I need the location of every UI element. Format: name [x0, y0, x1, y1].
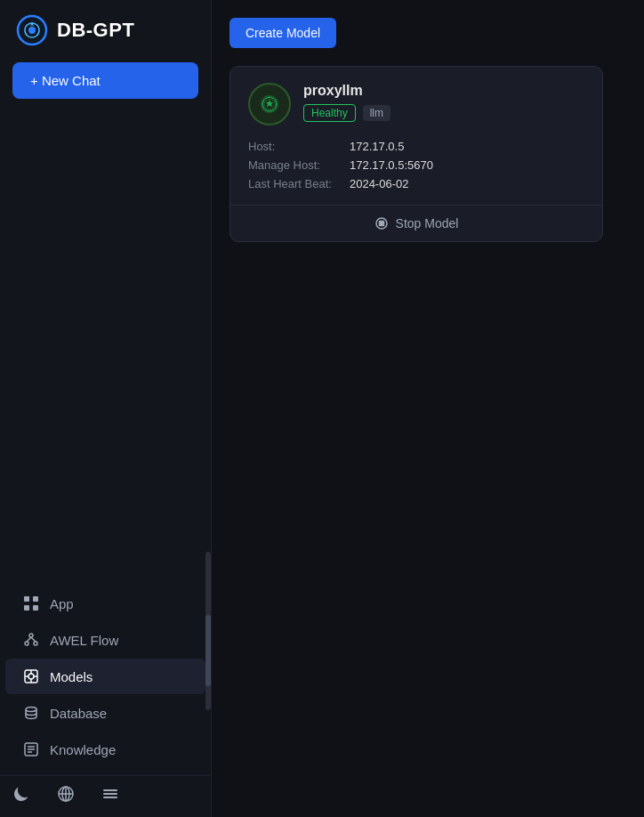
knowledge-icon — [23, 741, 39, 757]
sidebar-scrollbar[interactable] — [205, 552, 211, 710]
app-icon — [23, 595, 39, 611]
sidebar-item-knowledge-label: Knowledge — [50, 742, 116, 757]
svg-line-9 — [27, 637, 31, 642]
stop-model-button[interactable]: Stop Model — [248, 206, 584, 241]
main-content: Create Model proxyllm Healthy llm — [212, 0, 644, 817]
sidebar-item-models[interactable]: Models — [5, 659, 205, 694]
svg-rect-3 — [33, 596, 38, 602]
menu-button[interactable] — [101, 785, 119, 803]
database-icon — [23, 705, 39, 721]
svg-rect-5 — [33, 605, 38, 611]
svg-rect-26 — [103, 789, 117, 791]
openai-icon — [257, 92, 282, 117]
menu-icon — [101, 785, 119, 803]
logo-area: DB-GPT — [0, 0, 211, 57]
svg-rect-27 — [103, 793, 117, 795]
svg-point-7 — [25, 642, 28, 645]
sidebar-item-app-label: App — [50, 596, 74, 611]
globe-icon — [57, 785, 75, 803]
healthy-badge: Healthy — [303, 104, 356, 122]
last-heartbeat-value: 2024-06-02 — [350, 177, 584, 190]
stop-icon — [374, 216, 389, 231]
language-button[interactable] — [57, 785, 75, 803]
db-gpt-logo-icon — [16, 14, 48, 46]
llm-badge: llm — [363, 105, 390, 121]
sidebar-footer — [0, 775, 211, 817]
model-card: proxyllm Healthy llm Host: 172.17.0.5 Ma… — [229, 66, 603, 242]
models-icon — [23, 668, 39, 684]
stop-model-label: Stop Model — [396, 216, 459, 231]
last-heartbeat-label: Last Heart Beat: — [248, 177, 332, 190]
svg-point-12 — [28, 674, 34, 679]
moon-icon — [12, 785, 30, 803]
host-label: Host: — [248, 140, 332, 153]
model-avatar — [248, 83, 291, 125]
manage-host-label: Manage Host: — [248, 158, 332, 172]
theme-toggle[interactable] — [12, 785, 30, 803]
svg-point-17 — [26, 708, 36, 712]
model-card-header: proxyllm Healthy llm — [248, 83, 584, 125]
sidebar: DB-GPT + New Chat App AWEL Flow — [0, 0, 212, 817]
model-info: proxyllm Healthy llm — [303, 83, 584, 122]
model-details: Host: 172.17.0.5 Manage Host: 172.17.0.5… — [248, 140, 584, 190]
sidebar-item-models-label: Models — [50, 669, 93, 684]
sidebar-item-awel-flow-label: AWEL Flow — [50, 633, 118, 648]
sidebar-item-app[interactable]: App — [5, 586, 205, 621]
svg-point-6 — [29, 634, 33, 637]
sidebar-item-database-label: Database — [50, 706, 107, 721]
host-value: 172.17.0.5 — [350, 140, 584, 153]
svg-rect-2 — [24, 596, 29, 602]
sidebar-item-knowledge[interactable]: Knowledge — [5, 732, 205, 767]
sidebar-scrollbar-thumb[interactable] — [205, 615, 211, 686]
manage-host-value: 172.17.0.5:5670 — [350, 158, 584, 172]
svg-point-1 — [28, 27, 36, 34]
svg-rect-28 — [103, 797, 117, 798]
svg-rect-4 — [24, 605, 29, 611]
model-name: proxyllm — [303, 83, 584, 99]
sidebar-nav: App AWEL Flow Models — [0, 578, 211, 775]
sidebar-item-database[interactable]: Database — [5, 695, 205, 731]
logo-text: DB-GPT — [57, 19, 134, 42]
create-model-button[interactable]: Create Model — [229, 18, 336, 48]
svg-rect-30 — [379, 222, 383, 226]
sidebar-item-awel-flow[interactable]: AWEL Flow — [5, 622, 205, 658]
new-chat-button[interactable]: + New Chat — [12, 62, 198, 99]
flow-icon — [23, 632, 39, 648]
svg-line-10 — [31, 637, 36, 642]
model-badges: Healthy llm — [303, 104, 584, 122]
svg-point-8 — [34, 642, 37, 645]
